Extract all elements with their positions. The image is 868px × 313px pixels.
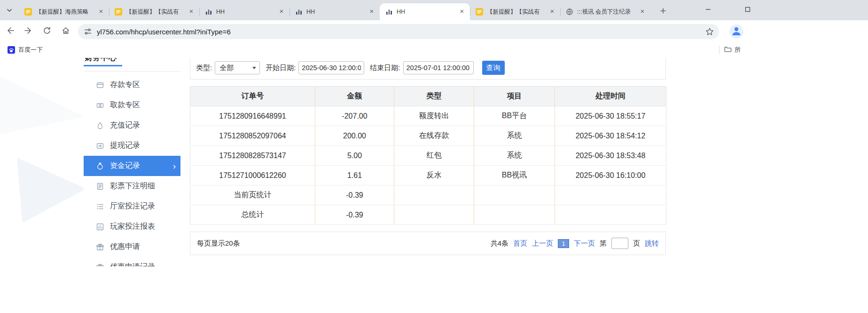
browser-toolbar: yl756.com/hhcp/usercenter.html?iniType=6 [0, 20, 868, 42]
tab-close-icon[interactable]: × [97, 8, 105, 16]
table-cell: 红包 [394, 146, 474, 166]
tab-close-icon[interactable]: × [368, 8, 376, 16]
table-cell [474, 185, 555, 205]
type-label: 类型: [196, 64, 212, 72]
table-cell: 2025-06-30 16:10:00 [555, 166, 666, 185]
tab-close-icon[interactable]: × [638, 8, 647, 16]
table-header-cell: 类型 [394, 87, 474, 106]
cashout-icon [96, 142, 104, 150]
tab-strip: 【新提醒】海燕策略×【新提醒】【实战有×HH×HH×HH×【新提醒】【实战有×:… [0, 0, 868, 20]
url-text[interactable]: yl756.com/hhcp/usercenter.html?iniType=6 [97, 28, 705, 36]
address-bar[interactable]: yl756.com/hhcp/usercenter.html?iniType=6 [78, 24, 719, 39]
start-date-input[interactable] [298, 61, 364, 74]
sidebar-item[interactable]: 存款专区 [84, 75, 180, 95]
maximize-button[interactable] [741, 5, 755, 16]
browser-tab[interactable]: :::视讯 会员下注纪录× [560, 3, 650, 20]
table-cell: 总统计 [190, 205, 315, 225]
table-row: 1751280852097064200.00在线存款系统2025-06-30 1… [190, 126, 666, 146]
table-cell: 1751271000612260 [190, 166, 315, 185]
yellow-msg-icon [476, 8, 483, 16]
next-page-link[interactable]: 下一页 [574, 239, 595, 248]
sidebar-item[interactable]: 提现记录 [84, 136, 180, 156]
jump-link[interactable]: 跳转 [645, 239, 659, 248]
browser-tab[interactable]: 【新提醒】【实战有× [470, 3, 560, 20]
browser-tab[interactable]: HH× [380, 3, 470, 20]
back-arrow-icon [6, 26, 15, 37]
jump-page-input[interactable] [611, 238, 628, 249]
sidebar-item[interactable]: 厅室投注记录 [84, 196, 180, 217]
table-row: 总统计-0.39 [190, 205, 666, 225]
sidebar-item[interactable]: 玩家投注报表 [84, 217, 180, 237]
tab-close-icon[interactable]: × [458, 8, 466, 16]
active-tab-underline [84, 65, 122, 66]
table-cell: 2025-06-30 18:54:12 [555, 126, 666, 146]
type-select[interactable]: 全部 [215, 61, 260, 74]
home-button[interactable] [59, 25, 72, 38]
table-cell: 1751280828573147 [190, 146, 315, 166]
table-cell [555, 205, 666, 225]
tab-close-icon[interactable]: × [187, 8, 195, 16]
query-button[interactable]: 查询 [482, 61, 505, 75]
end-date-label: 结束日期: [370, 64, 400, 72]
bookmark-baidu[interactable]: 百度一下 [4, 44, 47, 56]
forward-button[interactable] [22, 25, 35, 38]
profile-avatar[interactable] [729, 24, 743, 39]
table-cell: -0.39 [315, 185, 394, 205]
end-date-input[interactable] [403, 61, 474, 74]
browser-tab[interactable]: 【新提醒】【实战有× [109, 3, 199, 20]
table-cell: -0.39 [315, 205, 394, 225]
table-row: 当前页统计-0.39 [190, 185, 666, 205]
new-tab-button[interactable] [657, 6, 669, 18]
table-cell: 系统 [474, 146, 555, 166]
tab-close-icon[interactable]: × [277, 8, 286, 16]
tab-strip-tabs: 【新提醒】海燕策略×【新提醒】【实战有×HH×HH×HH×【新提醒】【实战有×:… [19, 3, 650, 20]
table-header-cell: 项目 [474, 87, 555, 106]
sidebar-item-label: 充值记录 [110, 120, 140, 130]
back-button[interactable] [4, 25, 17, 38]
browser-tab[interactable]: HH× [199, 3, 289, 20]
minimize-button[interactable] [701, 5, 715, 16]
sidebar-item[interactable]: 资金记录› [84, 156, 180, 176]
tab-search-button[interactable] [3, 6, 16, 17]
tab-title: 【新提醒】【实战有 [487, 8, 546, 16]
gift-icon [96, 243, 104, 251]
tab-title: :::视讯 会员下注纪录 [577, 8, 636, 16]
jump-label-pre: 第 [600, 239, 607, 248]
table-row: 1751280916648991-207.00额度转出BB平台2025-06-3… [190, 106, 666, 126]
hh-bars-icon [205, 8, 212, 16]
sidebar-item-label: 资金记录 [110, 161, 140, 171]
sidebar-item-label: 优惠申请 [110, 242, 140, 252]
tab-close-icon[interactable]: × [548, 8, 556, 16]
sidebar-item[interactable]: 优惠申请记录 [84, 257, 180, 266]
table-cell: BB视讯 [474, 166, 555, 185]
all-bookmarks-folder[interactable]: 所 [724, 44, 741, 56]
minimize-icon [704, 5, 712, 16]
current-page-indicator[interactable]: 1 [558, 239, 569, 248]
sidebar-item[interactable]: 彩票下注明细 [84, 176, 180, 196]
browser-tab[interactable]: HH× [289, 3, 380, 20]
first-page-link[interactable]: 首页 [513, 239, 527, 248]
sidebar-item-label: 取款专区 [110, 100, 140, 110]
sidebar-item[interactable]: 取款专区 [84, 95, 180, 115]
site-info-tune-icon[interactable] [84, 27, 92, 36]
sidebar-menu: 存款专区取款专区充值记录提现记录资金记录›彩票下注明细厅室投注记录玩家投注报表优… [84, 72, 180, 266]
report-chart-icon [96, 223, 104, 231]
bookmark-star-icon[interactable] [705, 27, 714, 36]
sidebar-item-label: 厅室投注记录 [110, 201, 155, 211]
sidebar-item[interactable]: 优惠申请 [84, 237, 180, 257]
yellow-msg-icon [24, 8, 32, 16]
start-date-label: 开始日期: [266, 64, 296, 72]
table-row: 17512808285731475.00红包系统2025-06-30 18:53… [190, 146, 666, 166]
prev-page-link[interactable]: 上一页 [532, 239, 553, 248]
sidebar-item-label: 提现记录 [110, 141, 140, 151]
fund-records-table: 订单号金额类型项目处理时间 1751280916648991-207.00额度转… [190, 86, 666, 225]
filter-controls: 类型: 全部 开始日期: 结束日期: 查询 [196, 61, 505, 75]
money-bag-icon [96, 162, 104, 170]
table-cell: 系统 [474, 126, 555, 146]
bookmarks-divider [719, 46, 719, 54]
browser-tab[interactable]: 【新提醒】海燕策略× [19, 3, 109, 20]
pagination-controls: 共4条 首页 上一页 1 下一页 第 页 跳转 [491, 238, 659, 249]
sidebar-item[interactable]: 充值记录 [84, 115, 180, 136]
table-cell [474, 205, 555, 225]
reload-button[interactable] [40, 25, 54, 38]
